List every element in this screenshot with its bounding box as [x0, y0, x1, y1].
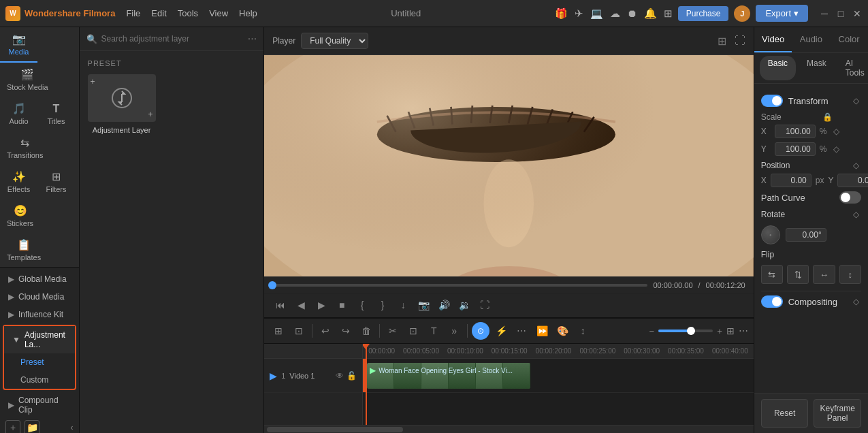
maximize-button[interactable]: □ [835, 8, 846, 19]
right-subtab-mask[interactable]: Mask [799, 56, 835, 80]
track-height-button[interactable]: ↕ [574, 322, 592, 340]
track-eye-icon[interactable]: 👁 [336, 371, 344, 381]
right-tab-video[interactable]: Video [754, 27, 792, 52]
menu-view[interactable]: View [209, 8, 228, 18]
rotate-keyframe[interactable] [850, 209, 861, 220]
fullscreen-icon[interactable]: ⛶ [735, 35, 745, 47]
grid-view-icon[interactable]: ⊞ [718, 35, 726, 48]
lock-icon[interactable]: 🔒 [822, 112, 833, 122]
keyframe-panel-button[interactable]: Keyframe Panel [814, 399, 861, 428]
adjustment-layer-item[interactable]: + + Adjustment Layer [88, 74, 156, 134]
quality-select[interactable]: Full Quality 1/2 Quality 1/4 Quality [301, 33, 368, 49]
right-tab-audio[interactable]: Audio [792, 27, 830, 52]
mark-in-button[interactable]: { [354, 297, 370, 313]
tab-audio[interactable]: 🎵 Audio [0, 97, 37, 131]
flip-btn-3[interactable]: ↔ [813, 265, 835, 284]
zoom-out-icon[interactable]: − [649, 326, 655, 336]
zoom-in-icon[interactable]: + [717, 326, 722, 336]
tab-titles[interactable]: T Titles [37, 97, 75, 131]
tab-stock-media[interactable]: 🎬 Stock Media [0, 63, 55, 97]
sidebar-item-adjustment-layer[interactable]: ▼ Adjustment La... [4, 326, 75, 353]
search-input[interactable] [101, 34, 244, 44]
speed-button[interactable]: ⏩ [533, 322, 551, 340]
play-button[interactable]: ▶ [313, 297, 329, 313]
track-lock-icon[interactable]: 🔓 [347, 371, 357, 381]
transform-keyframe-button[interactable] [850, 95, 861, 106]
tab-filters[interactable]: ⊞ Filters [37, 165, 75, 199]
menu-edit[interactable]: Edit [151, 8, 166, 18]
bell-icon[interactable]: 🔔 [644, 7, 657, 20]
flip-btn-4[interactable]: ↕ [839, 265, 861, 284]
menu-file[interactable]: File [126, 8, 140, 18]
volume-button[interactable]: 🔉 [456, 297, 472, 313]
skip-back-button[interactable]: ⏮ [272, 297, 289, 313]
scale-y-input[interactable] [775, 142, 816, 156]
position-keyframe[interactable] [850, 160, 861, 171]
devices-icon[interactable]: 💻 [590, 7, 603, 20]
minimize-button[interactable]: ─ [819, 8, 830, 19]
scale-y-keyframe[interactable] [831, 144, 841, 155]
cut-button[interactable]: ✂ [384, 322, 402, 340]
more-tools-button[interactable]: » [445, 322, 463, 340]
right-tab-color[interactable]: Color [830, 27, 868, 52]
sidebar-subitem-custom[interactable]: Custom [4, 371, 75, 389]
tab-media[interactable]: 📷 Media [0, 27, 37, 63]
transform-toggle[interactable] [761, 95, 783, 107]
flip-v-button[interactable]: ⇅ [787, 265, 809, 284]
reset-button[interactable]: Reset [761, 399, 809, 428]
scrollbar-thumb[interactable] [267, 427, 403, 432]
share-icon[interactable]: ✈ [575, 7, 583, 20]
text-button[interactable]: T [425, 322, 443, 340]
split-audio-button[interactable]: ⚡ [492, 322, 510, 340]
snap-button[interactable]: ⊙ [472, 322, 489, 340]
grid-icon[interactable]: ⊞ [664, 7, 673, 20]
play-back-button[interactable]: ◀ [293, 297, 309, 313]
sidebar-item-influence-kit[interactable]: ▶ Influence Kit [0, 306, 79, 323]
redo-button[interactable]: ↪ [337, 322, 355, 340]
undo-button[interactable]: ↩ [317, 322, 334, 340]
zoom-slider[interactable] [658, 330, 713, 332]
pos-y-input[interactable] [837, 174, 868, 187]
tab-stickers[interactable]: 😊 Stickers [0, 199, 40, 233]
flip-h-button[interactable]: ⇆ [761, 265, 783, 284]
sidebar-item-cloud-media[interactable]: ▶ Cloud Media [0, 288, 79, 306]
right-subtab-basic[interactable]: Basic [760, 56, 796, 80]
rotate-input[interactable] [786, 228, 826, 242]
audio-button[interactable]: 🔊 [436, 297, 452, 313]
track-button[interactable]: ⊡ [290, 322, 308, 340]
stop-button[interactable]: ■ [334, 297, 350, 313]
screenshot-button[interactable]: 📷 [415, 297, 432, 313]
detach-audio-button[interactable]: ⋯ [513, 322, 530, 340]
compositing-keyframe[interactable] [850, 296, 861, 307]
scene-split-button[interactable]: ⊞ [270, 322, 287, 340]
purchase-button[interactable]: Purchase [678, 6, 729, 21]
menu-tools[interactable]: Tools [178, 8, 198, 18]
tab-templates[interactable]: 📋 Templates [0, 233, 48, 267]
timeline-grid-icon[interactable]: ⊞ [726, 325, 735, 336]
timeline-more-icon[interactable]: ⋯ [739, 325, 748, 336]
collapse-sidebar-button[interactable]: ‹ [71, 423, 74, 432]
add-folder-button[interactable]: + [5, 420, 20, 433]
video-clip[interactable]: ▶ Woman Face Opening Eyes Girl - Stock V… [367, 363, 530, 389]
path-curve-toggle[interactable] [839, 191, 861, 204]
color-match-button[interactable]: 🎨 [553, 322, 571, 340]
compositing-toggle[interactable] [761, 295, 783, 308]
add-to-timeline-button[interactable]: ↓ [395, 297, 411, 313]
sidebar-item-global-media[interactable]: ▶ Global Media [0, 270, 79, 288]
tab-effects[interactable]: ✨ Effects [0, 165, 37, 199]
sidebar-subitem-preset[interactable]: Preset [4, 353, 75, 371]
progress-bar[interactable] [272, 284, 647, 287]
menu-help[interactable]: Help [239, 8, 257, 18]
fullscreen-button[interactable]: ⛶ [477, 297, 493, 313]
gift-icon[interactable]: 🎁 [555, 7, 568, 20]
tab-transitions[interactable]: ⇆ Transitions [0, 131, 50, 165]
sidebar-item-compound-clip[interactable]: ▶ Compound Clip [0, 391, 79, 419]
more-options-icon[interactable]: ··· [248, 33, 257, 45]
timeline-scrollbar[interactable] [264, 425, 754, 433]
record-icon[interactable]: ⏺ [627, 7, 637, 19]
mark-out-button[interactable]: } [374, 297, 391, 313]
delete-button[interactable]: 🗑 [357, 322, 375, 340]
rotate-knob[interactable] [761, 225, 780, 244]
export-button[interactable]: Export ▾ [756, 5, 808, 22]
close-button[interactable]: ✕ [852, 8, 863, 19]
